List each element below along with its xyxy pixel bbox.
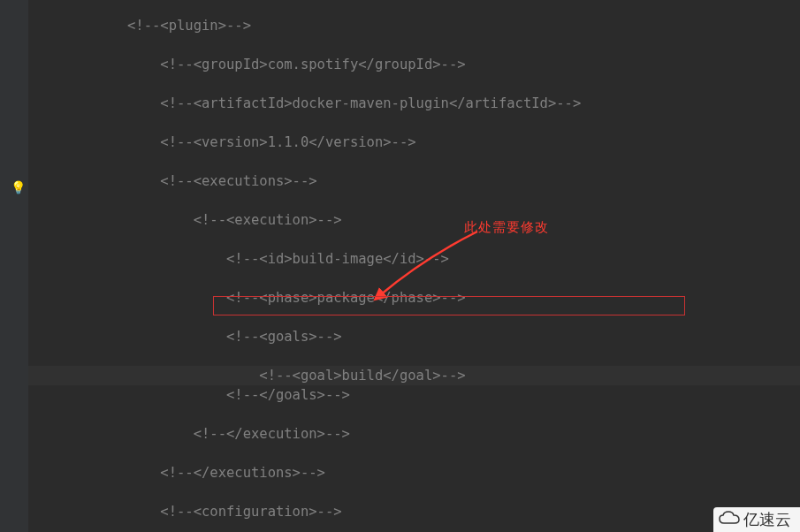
indent: [28, 212, 194, 228]
indent: [28, 251, 226, 267]
code-text: <!--<configuration>-->: [160, 504, 341, 520]
indent: [28, 134, 160, 150]
code-text: <!--<groupId>com.spotify</groupId>-->: [160, 57, 465, 72]
code-text: <!--</execution>-->: [194, 426, 350, 442]
editor-gutter: 💡: [0, 0, 28, 532]
code-text: <!--<goals>-->: [226, 329, 342, 345]
code-text: <!--<executions>-->: [160, 173, 316, 189]
intention-bulb-icon[interactable]: 💡: [11, 180, 26, 194]
indent: [28, 465, 160, 481]
current-line-highlight: <!--<goal>build</goal>-->: [28, 366, 800, 385]
code-text: <!--<artifactId>docker-maven-plugin</art…: [160, 95, 581, 111]
code-text: <!--<version>1.1.0</version>-->: [160, 134, 415, 150]
indent: [28, 504, 160, 520]
indent: [28, 173, 160, 189]
watermark-text: 亿速云: [743, 509, 791, 530]
indent: [28, 57, 160, 72]
code-editor[interactable]: <!--<plugin>--> <!--<groupId>com.spotify…: [28, 0, 800, 532]
code-text: <!--<execution>-->: [194, 212, 342, 228]
code-text: <!--</goals>-->: [226, 387, 350, 403]
watermark: 亿速云: [713, 507, 800, 532]
indent: [28, 426, 194, 442]
code-text: <!--<phase>package</phase>-->: [226, 290, 466, 306]
annotation-label: 此处需要修改: [464, 219, 549, 236]
indent: [28, 329, 226, 345]
indent: [28, 18, 127, 34]
indent: [28, 387, 226, 403]
code-text: <!--</executions>-->: [160, 465, 325, 481]
indent: [28, 95, 160, 111]
code-text: <!--<plugin>-->: [127, 18, 251, 34]
code-text: <!--<id>build-image</id>-->: [226, 251, 449, 267]
indent: [28, 368, 259, 384]
cloud-icon: [719, 511, 740, 529]
code-text: <!--<goal>build</goal>-->: [259, 368, 465, 384]
indent: [28, 290, 226, 306]
